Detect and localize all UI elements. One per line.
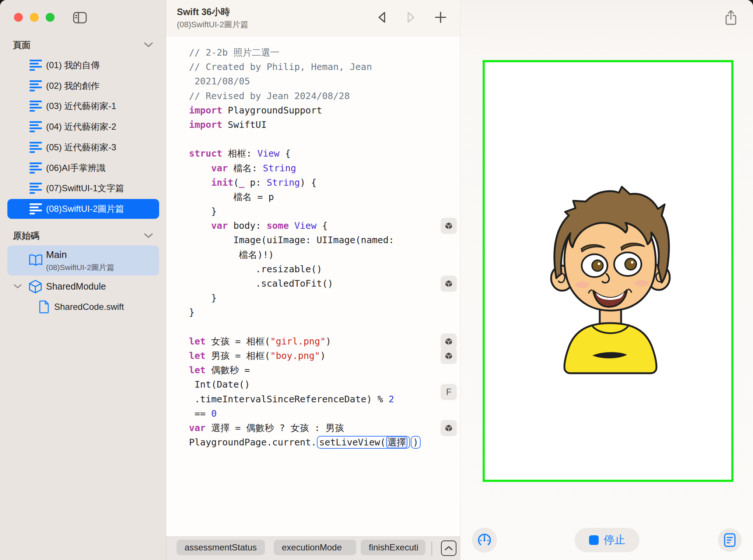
code-span: // 2-2b 照片二選一 [189, 47, 279, 58]
code-span: ) [326, 336, 331, 347]
sidebar-page-item[interactable]: (02) 我的創作 [7, 76, 159, 96]
code-token-box[interactable]: ) [411, 436, 421, 449]
page-label: (05) 近代藝術家-3 [46, 141, 116, 153]
sidebar-page-item[interactable]: (04) 近代藝術家-2 [7, 117, 159, 137]
page-icon [29, 59, 42, 71]
code-line[interactable] [189, 132, 421, 146]
code-span: 偶數秒 = [206, 365, 250, 375]
text-lines-icon [29, 121, 42, 133]
show-result-button[interactable] [441, 218, 457, 234]
code-line[interactable]: PlaygroundPage.current.setLiveView(選擇) [189, 435, 421, 449]
add-page-button[interactable] [431, 8, 450, 27]
expand-console-button[interactable] [441, 540, 456, 556]
book-icon [28, 253, 43, 267]
code-line[interactable]: } [189, 305, 421, 319]
code-span: "girl.png" [270, 336, 326, 347]
code-span: var [189, 423, 206, 433]
code-line[interactable]: let 偶數秒 = [189, 363, 421, 377]
code-line[interactable]: let 男孩 = 相框("boy.png") [189, 349, 421, 363]
back-triangle-icon [376, 11, 388, 24]
code-line[interactable]: } [189, 291, 421, 305]
sources-collapse-button[interactable] [144, 233, 153, 240]
code-line[interactable]: 2021/08/05 [189, 74, 421, 88]
sidebar-page-item[interactable]: (07)SwiftUI-1文字篇 [7, 178, 159, 198]
stop-button[interactable]: 停止 [575, 528, 640, 552]
playgrounds-window: 頁面 (01) 我的自傳 (02) 我的創作 (03) 近代藝術家-1 (04)… [0, 0, 753, 560]
show-result-button[interactable] [441, 276, 457, 292]
stop-square-icon [589, 535, 599, 545]
navigate-back-button[interactable] [373, 8, 391, 27]
live-view-log-button[interactable] [718, 528, 742, 552]
run-forward-button[interactable] [402, 8, 420, 27]
console-pill-executionMode[interactable]: executionMode [274, 540, 356, 555]
sidebar-page-item[interactable]: (01) 我的自傳 [7, 55, 159, 75]
page-icon [29, 80, 42, 92]
page-icon [29, 141, 42, 153]
page-label: (07)SwiftUI-1文字篇 [46, 182, 124, 194]
pages-collapse-button[interactable] [144, 42, 153, 49]
console-pill-assessmentStatus[interactable]: assessmentStatus [176, 540, 265, 555]
code-span: View [294, 220, 316, 231]
code-line[interactable]: // Created by Philip, Heman, Jean [189, 60, 421, 74]
sidebar-item-main[interactable]: Main (08)SwiftUI-2圖片篇 [7, 245, 159, 276]
sharedcode-label: SharedCode.swift [54, 302, 124, 312]
code-line[interactable]: == 0 [189, 406, 421, 421]
text-lines-icon [29, 141, 42, 153]
zoom-window-button[interactable] [46, 13, 55, 22]
code-editor[interactable]: // 2-2b 照片二選一// Created by Philip, Heman… [189, 45, 421, 449]
code-line[interactable]: import SwiftUI [189, 118, 421, 132]
code-line[interactable]: 檔名)!) [189, 248, 421, 262]
code-token[interactable]: 選擇 [386, 436, 407, 448]
sidebar-page-item[interactable]: (06)AI手掌辨識 [7, 158, 159, 178]
code-span: let [189, 350, 206, 361]
sidebar-page-item[interactable]: (05) 近代藝術家-3 [7, 137, 159, 157]
code-span: SwiftUI [222, 119, 266, 130]
code-line[interactable]: init(_ p: String) { [189, 175, 421, 190]
code-line[interactable]: // 2-2b 照片二選一 [189, 45, 421, 60]
code-line[interactable]: struct 相框: View { [189, 146, 421, 161]
code-span: 女孩 = 相框( [206, 336, 270, 347]
code-span: 選擇 = 偶數秒 ? 女孩 : 男孩 [206, 423, 344, 433]
sidebar-item-sharedmodule[interactable]: SharedModule [0, 277, 166, 295]
code-line[interactable]: } [189, 204, 421, 218]
code-span: PlaygroundSupport [222, 105, 322, 116]
code-line[interactable]: .resizable() [189, 262, 421, 276]
code-span: { [316, 220, 328, 231]
code-span: .resizable() [189, 264, 322, 274]
code-token-box[interactable]: setLiveView(選擇 [317, 436, 410, 449]
code-span [189, 177, 211, 188]
code-line[interactable]: let 女孩 = 相框("girl.png") [189, 334, 421, 349]
code-line[interactable] [189, 320, 421, 334]
console-pill-finishExecuti[interactable]: finishExecuti [361, 540, 425, 555]
code-line[interactable]: var 檔名: String [189, 161, 421, 175]
code-line[interactable]: .scaledToFit() [189, 276, 421, 291]
sidebar-item-sharedcode[interactable]: SharedCode.swift [0, 298, 166, 316]
code-span: == [189, 408, 211, 419]
code-span: import [189, 119, 222, 130]
code-span: } [189, 307, 195, 318]
show-result-button[interactable] [441, 333, 457, 350]
sidebar-page-item[interactable]: (08)SwiftUI-2圖片篇 [7, 199, 159, 219]
toggle-sidebar-button[interactable] [73, 12, 87, 25]
editor-toolbar: Swift 36小時 (08)SwiftUI-2圖片篇 [166, 0, 460, 36]
show-result-button[interactable] [441, 348, 457, 364]
code-line[interactable]: var body: some View { [189, 218, 421, 233]
share-button[interactable] [724, 10, 738, 27]
code-line[interactable]: 檔名 = p [189, 190, 421, 204]
result-cube-icon [445, 424, 453, 432]
performance-gauge-button[interactable] [472, 528, 497, 553]
chevron-down-icon[interactable] [13, 284, 22, 289]
show-result-button[interactable] [441, 420, 457, 436]
code-line[interactable]: // Revised by Jean 2024/08/28 [189, 89, 421, 103]
result-value-button[interactable]: F [441, 384, 457, 400]
code-line[interactable]: .timeIntervalSinceReferenceDate) % 2 [189, 392, 421, 406]
code-line[interactable]: var 選擇 = 偶數秒 ? 女孩 : 男孩 [189, 421, 421, 435]
code-line[interactable]: Int(Date() [189, 377, 421, 392]
live-view-frame [483, 60, 733, 482]
minimize-window-button[interactable] [30, 13, 39, 22]
code-line[interactable]: Image(uiImage: UIImage(named: [189, 233, 421, 247]
sidebar-page-item[interactable]: (03) 近代藝術家-1 [7, 96, 159, 116]
close-window-button[interactable] [14, 13, 23, 22]
sidebar-icon [73, 12, 87, 24]
code-line[interactable]: import PlaygroundSupport [189, 103, 421, 118]
